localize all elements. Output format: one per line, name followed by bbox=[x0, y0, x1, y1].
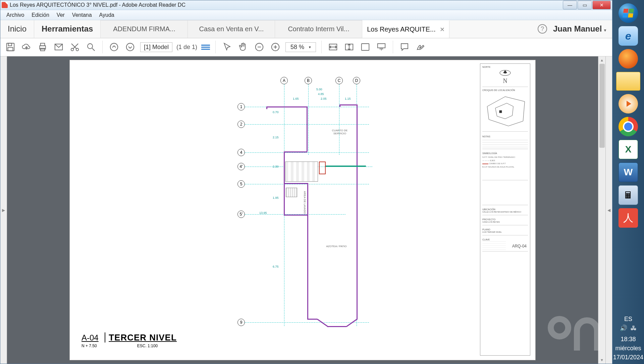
taskbar-chrome[interactable] bbox=[619, 117, 638, 136]
taskbar: e X W 🖩 人 ES 🔊 🖧 18:38 miércoles 17/01/2… bbox=[612, 0, 644, 364]
floorplan: A B C D 1 2 4 4' 5 5' 9 bbox=[224, 74, 378, 335]
tab-close-icon[interactable]: ✕ bbox=[440, 26, 445, 33]
taskbar-media-player[interactable] bbox=[619, 94, 638, 113]
north-block: NORTE N bbox=[482, 66, 528, 87]
clave-value: ARQ-04 bbox=[511, 243, 528, 250]
user-menu[interactable]: Juan Manuel ▾ bbox=[553, 24, 606, 34]
blank-block bbox=[482, 182, 528, 205]
cloud-icon[interactable] bbox=[20, 41, 33, 53]
chevron-down-icon: ▾ bbox=[604, 28, 606, 33]
menu-ayuda[interactable]: Ayuda bbox=[96, 11, 118, 19]
dim: 1.65 bbox=[293, 97, 299, 100]
tab-doc-2[interactable]: Contrato Interm Vil... bbox=[275, 20, 362, 38]
tab-inicio[interactable]: Inicio bbox=[0, 20, 34, 38]
sign-icon[interactable] bbox=[415, 41, 427, 53]
page-up-icon[interactable] bbox=[108, 41, 120, 53]
grid-row-4: 4 bbox=[237, 149, 245, 156]
window-title: Los Reyes ARQUITECTÓNICO 3° NIVEL.pdf - … bbox=[10, 2, 563, 8]
volume-icon[interactable]: 🔊 bbox=[620, 324, 627, 333]
fit-width-icon[interactable] bbox=[327, 41, 339, 53]
svg-rect-1 bbox=[8, 43, 12, 46]
tab-doc-3[interactable]: Los Reyes ARQUITE...✕ bbox=[362, 20, 449, 38]
notas-block: NOTAS bbox=[482, 134, 528, 149]
mail-icon[interactable] bbox=[53, 41, 65, 53]
tab-herramientas[interactable]: Herramientas bbox=[34, 20, 101, 38]
scroll-up-icon[interactable]: ▲ bbox=[598, 56, 605, 64]
zoom-out-icon[interactable] bbox=[253, 41, 265, 53]
save-icon[interactable] bbox=[4, 41, 16, 53]
start-button[interactable] bbox=[619, 3, 638, 23]
thumbnails-icon[interactable] bbox=[201, 45, 210, 50]
minimize-button[interactable]: — bbox=[563, 1, 577, 9]
grid-row-5: 5 bbox=[237, 180, 245, 188]
svg-point-11 bbox=[126, 43, 134, 51]
system-tray[interactable]: ES 🔊 🖧 18:38 miércoles 17/01/2024 bbox=[611, 313, 644, 364]
taskbar-explorer[interactable] bbox=[616, 72, 640, 91]
menu-ventana[interactable]: Ventana bbox=[69, 11, 95, 19]
fullscreen-icon[interactable] bbox=[359, 41, 371, 53]
titlebar[interactable]: Los Reyes ARQUITECTÓNICO 3° NIVEL.pdf - … bbox=[0, 0, 612, 10]
cut-icon[interactable] bbox=[69, 41, 81, 53]
close-button[interactable]: ✕ bbox=[592, 1, 611, 9]
scroll-thumb[interactable] bbox=[599, 64, 605, 148]
left-panel-toggle[interactable]: ▶ bbox=[0, 56, 7, 364]
menu-archivo[interactable]: Archivo bbox=[3, 11, 28, 19]
plano-block: PLANO A-04 TERCER NIVEL bbox=[482, 227, 528, 235]
dim: 4.85 bbox=[318, 92, 324, 96]
page-viewport[interactable]: A B C D 1 2 4 4' 5 5' 9 bbox=[7, 56, 598, 364]
tray-lang[interactable]: ES bbox=[613, 315, 643, 324]
svg-rect-17 bbox=[378, 44, 385, 48]
comment-icon[interactable] bbox=[398, 41, 411, 53]
north-icon bbox=[498, 68, 512, 78]
tray-date[interactable]: 17/01/2024 bbox=[613, 353, 643, 362]
zoom-in-icon[interactable] bbox=[269, 41, 281, 53]
network-icon[interactable]: 🖧 bbox=[631, 324, 637, 333]
select-icon[interactable] bbox=[221, 41, 233, 53]
fit-page-icon[interactable] bbox=[343, 41, 355, 53]
svg-rect-5 bbox=[41, 48, 45, 51]
simbologia-block: SIMBOLOGÍA N.P.T. NIVEL DE PISO TERMINAD… bbox=[482, 150, 528, 180]
menubar: Archivo Edición Ver Ventana Ayuda bbox=[0, 10, 612, 20]
page-down-icon[interactable] bbox=[124, 41, 136, 53]
taskbar-excel[interactable]: X bbox=[619, 140, 638, 159]
taskbar-ie[interactable]: e bbox=[619, 26, 638, 46]
dim: 5.00 bbox=[316, 88, 322, 91]
maximize-button[interactable]: ▭ bbox=[578, 1, 592, 9]
chevron-down-icon: ▾ bbox=[309, 45, 311, 49]
page-indicator[interactable]: [1] Model bbox=[140, 42, 172, 52]
menu-ver[interactable]: Ver bbox=[53, 11, 68, 19]
taskbar-word[interactable]: W bbox=[619, 163, 638, 182]
window-controls: — ▭ ✕ bbox=[563, 1, 611, 9]
svg-marker-20 bbox=[495, 103, 513, 119]
room-lavado: ÁREA DE LAVADO bbox=[300, 191, 306, 214]
page-count: (1 de 1) bbox=[176, 44, 197, 51]
svg-rect-21 bbox=[499, 110, 502, 113]
svg-rect-2 bbox=[8, 48, 13, 51]
search-icon[interactable] bbox=[85, 41, 97, 53]
grid-col-D: D bbox=[353, 77, 360, 84]
help-icon[interactable]: ? bbox=[538, 24, 547, 34]
svg-point-10 bbox=[110, 43, 118, 51]
room-azotea: AZOTEA / PATIO bbox=[323, 245, 350, 248]
svg-marker-19 bbox=[487, 97, 525, 126]
svg-rect-4 bbox=[41, 43, 45, 46]
tray-time[interactable]: 18:38 bbox=[613, 335, 643, 344]
taskbar-acrobat[interactable]: 人 bbox=[619, 208, 638, 228]
dim: 6.75 bbox=[273, 265, 279, 268]
zoom-indicator[interactable]: 58 %▾ bbox=[285, 42, 316, 52]
print-icon[interactable] bbox=[37, 41, 49, 53]
taskbar-calculator[interactable]: 🖩 bbox=[619, 185, 638, 205]
tab-doc-0[interactable]: ADENDUM FIRMA... bbox=[101, 20, 188, 38]
taskbar-firefox[interactable] bbox=[619, 49, 638, 69]
clave-block: CLAVE ARQ-04 bbox=[482, 237, 528, 252]
proyecto-block: PROYECTO CASA LOS REYES bbox=[482, 217, 528, 225]
hand-icon[interactable] bbox=[237, 41, 249, 53]
menu-edicion[interactable]: Edición bbox=[28, 11, 52, 19]
tab-doc-1[interactable]: Casa en Venta en V... bbox=[188, 20, 275, 38]
grid-row-9: 9 bbox=[237, 319, 245, 326]
read-mode-icon[interactable] bbox=[375, 41, 387, 53]
windows-icon bbox=[623, 9, 634, 17]
grid-row-2: 2 bbox=[237, 121, 245, 128]
dim: 0.70 bbox=[273, 110, 279, 114]
sheet-number: A-04 bbox=[82, 333, 99, 343]
